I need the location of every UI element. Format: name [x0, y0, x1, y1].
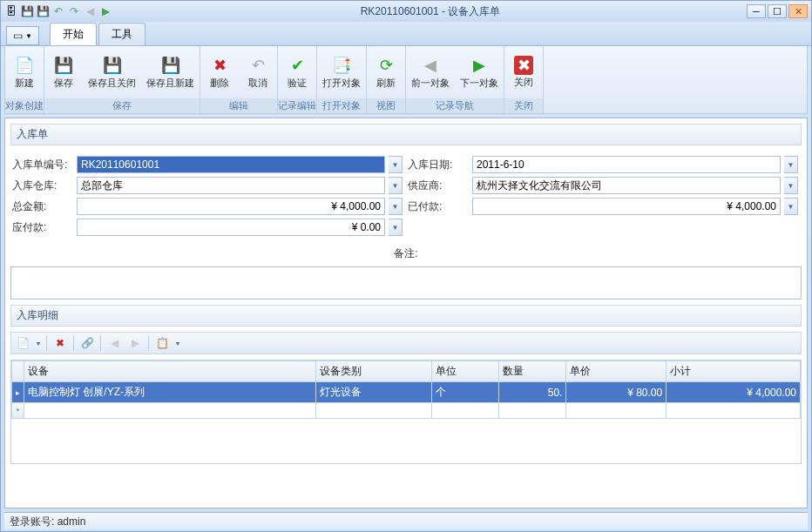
ribbon-group-title: 记录导航 [406, 98, 504, 113]
save-close-label: 保存且关闭 [88, 77, 136, 90]
column-header[interactable]: 小计 [667, 361, 801, 382]
qat-save-icon[interactable]: 💾 [20, 4, 34, 18]
minimize-button[interactable]: ─ [747, 4, 766, 18]
detail-section-title: 入库明细 [10, 305, 802, 327]
refresh-icon: ⟳ [376, 55, 396, 76]
column-header[interactable]: 单位 [431, 361, 498, 382]
date-dropdown[interactable]: ▼ [784, 156, 798, 173]
open-object-button[interactable]: 📑打开对象 [317, 46, 366, 98]
due-dropdown[interactable]: ▼ [389, 219, 403, 236]
close-label: 关闭 [514, 76, 533, 89]
maximize-button[interactable]: ☐ [768, 4, 787, 18]
detail-prev-button[interactable]: ◀ [105, 334, 124, 352]
total-dropdown[interactable]: ▼ [389, 198, 403, 215]
qat-prev-icon[interactable]: ◀ [83, 4, 97, 18]
doc-no-dropdown[interactable]: ▼ [389, 156, 403, 173]
cell-device[interactable]: 电脑控制灯 创展/YZ-系列 [24, 382, 316, 403]
cancel-icon: ↶ [247, 55, 268, 76]
next-object-label: 下一对象 [460, 77, 498, 90]
warehouse-label: 入库仓库: [12, 178, 73, 193]
table-new-row[interactable]: * [12, 403, 801, 419]
window-close-button[interactable]: ✕ [788, 4, 808, 18]
cell-unit[interactable]: 个 [431, 382, 498, 403]
detail-new-dropdown[interactable]: ▼ [34, 340, 43, 347]
tab-tools[interactable]: 工具 [98, 23, 145, 45]
date-label: 入库日期: [408, 158, 469, 172]
prev-object-icon: ◀ [420, 55, 441, 76]
cell-category[interactable]: 灯光设备 [315, 382, 431, 403]
form-grid: 入库单编号: ▼ 入库日期: ▼ 入库仓库: ▼ 供应商: ▼ 总金额: ▼ 已… [10, 151, 802, 241]
detail-link-button[interactable]: 🔗 [78, 334, 97, 352]
paid-input [472, 198, 781, 215]
due-label: 应付款: [12, 220, 73, 235]
new-button[interactable]: 📄新建 [5, 46, 44, 98]
validate-button[interactable]: ✔验证 [278, 46, 316, 98]
cancel-button[interactable]: ↶取消 [239, 46, 277, 98]
save-icon: 💾 [53, 55, 74, 76]
tab-start[interactable]: 开始 [50, 23, 97, 45]
ribbon-group-title: 关闭 [504, 98, 543, 113]
detail-delete-button[interactable]: ✖ [51, 334, 70, 352]
ribbon-group-title: 对象创建 [5, 98, 44, 113]
detail-new-button[interactable]: 📄 [13, 334, 32, 352]
qat-undo-icon[interactable]: ↶ [51, 4, 65, 18]
total-label: 总金额: [12, 199, 73, 214]
due-input [77, 219, 385, 236]
qat-save-close-icon[interactable]: 💾 [36, 4, 50, 18]
prev-object-label: 前一对象 [411, 77, 450, 90]
total-input [77, 198, 385, 215]
refresh-label: 刷新 [376, 77, 396, 90]
status-bar: 登录账号: admin [4, 512, 808, 529]
file-menu-button[interactable]: ▭ ▼ [6, 26, 39, 45]
ribbon-group-title: 保存 [44, 98, 200, 113]
new-label: 新建 [15, 77, 34, 90]
ribbon: 📄新建对象创建💾保存💾保存且关闭💾保存且新建保存✖删除↶取消编辑✔验证记录编辑📑… [4, 46, 808, 114]
next-object-icon: ▶ [469, 55, 490, 76]
remarks-input[interactable] [10, 266, 802, 300]
save-close-button[interactable]: 💾保存且关闭 [83, 46, 141, 98]
supplier-dropdown[interactable]: ▼ [784, 177, 798, 194]
cell-qty[interactable]: 50. [499, 382, 566, 403]
ribbon-tabbar: ▭ ▼ 开始 工具 [1, 22, 811, 46]
detail-table[interactable]: 设备设备类别单位数量单价小计 ▸电脑控制灯 创展/YZ-系列灯光设备个50.¥ … [11, 360, 801, 419]
close-button[interactable]: ✖关闭 [504, 46, 543, 98]
cell-price[interactable]: ¥ 80.00 [566, 382, 667, 403]
delete-label: 删除 [210, 77, 229, 90]
cancel-label: 取消 [248, 77, 267, 90]
qat-next-icon[interactable]: ▶ [98, 4, 112, 18]
warehouse-input[interactable] [77, 177, 385, 194]
window-title: RK20110601001 - 设备入库单 [114, 4, 747, 19]
validate-icon: ✔ [287, 55, 308, 76]
table-row[interactable]: ▸电脑控制灯 创展/YZ-系列灯光设备个50.¥ 80.00¥ 4,000.00 [12, 382, 801, 403]
ribbon-group-title: 编辑 [200, 98, 277, 113]
next-object-button[interactable]: ▶下一对象 [455, 46, 504, 98]
refresh-button[interactable]: ⟳刷新 [367, 46, 405, 98]
column-header[interactable]: 数量 [499, 361, 566, 382]
column-header[interactable]: 单价 [566, 361, 667, 382]
detail-export-button[interactable]: 📋 [152, 334, 172, 352]
save-button[interactable]: 💾保存 [44, 46, 83, 98]
detail-export-dropdown[interactable]: ▼ [173, 340, 182, 347]
prev-object-button[interactable]: ◀前一对象 [406, 46, 455, 98]
column-header[interactable]: 设备类别 [315, 361, 431, 382]
warehouse-dropdown[interactable]: ▼ [389, 177, 403, 194]
validate-label: 验证 [288, 77, 307, 90]
delete-icon: ✖ [209, 55, 230, 76]
save-new-button[interactable]: 💾保存且新建 [141, 46, 200, 98]
delete-button[interactable]: ✖删除 [200, 46, 239, 98]
column-header[interactable]: 设备 [24, 361, 316, 382]
save-close-icon: 💾 [102, 55, 123, 76]
save-new-icon: 💾 [160, 55, 181, 76]
open-object-label: 打开对象 [322, 77, 361, 90]
qat-redo-icon[interactable]: ↷ [67, 4, 81, 18]
paid-dropdown[interactable]: ▼ [784, 198, 798, 215]
supplier-input[interactable] [472, 177, 781, 194]
titlebar: 🗄 💾 💾 ↶ ↷ ◀ ▶ RK20110601001 - 设备入库单 ─ ☐ … [1, 1, 811, 22]
new-icon: 📄 [14, 55, 35, 76]
cell-subtotal[interactable]: ¥ 4,000.00 [667, 382, 801, 403]
app-icon: 🗄 [4, 4, 18, 18]
doc-no-input[interactable] [77, 156, 385, 173]
date-input[interactable] [472, 156, 781, 173]
detail-next-button[interactable]: ▶ [125, 334, 145, 352]
save-new-label: 保存且新建 [146, 77, 194, 90]
